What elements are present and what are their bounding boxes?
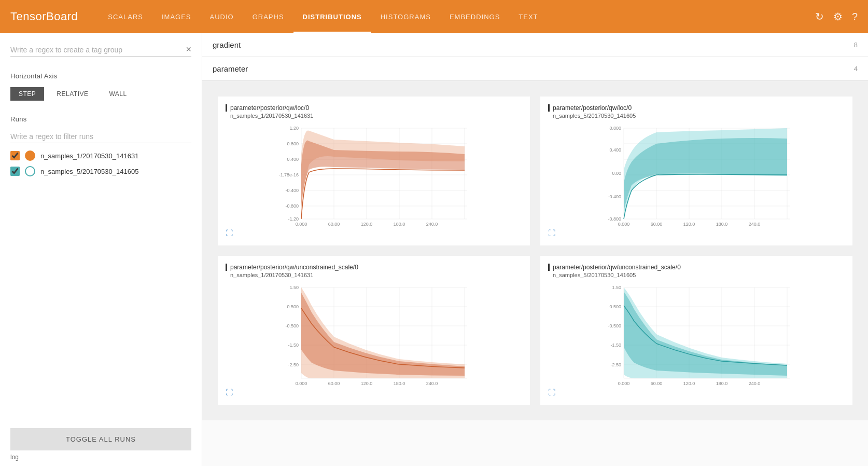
tag-group-gradient[interactable]: gradient 8 bbox=[202, 33, 868, 57]
nav-graphs[interactable]: GRAPHS bbox=[243, 0, 293, 33]
chart-1-expand-icon[interactable]: ⛶ bbox=[226, 229, 233, 237]
svg-text:-0.500: -0.500 bbox=[608, 323, 621, 328]
chart-4-subtitle: n_samples_5/20170530_141605 bbox=[548, 272, 845, 278]
svg-text:0.800: 0.800 bbox=[609, 126, 621, 131]
wall-axis-button[interactable]: WALL bbox=[101, 87, 135, 101]
chart-1-title: parameter/posterior/qw/loc/0 bbox=[226, 104, 522, 112]
nav-images[interactable]: IMAGES bbox=[152, 0, 201, 33]
chart-2-svg: 0.800 0.400 0.00 -0.400 -0.800 0.000 60.… bbox=[548, 123, 845, 227]
chart-1-area: 1.20 0.800 0.400 -1.78e-16 -0.400 -0.800… bbox=[226, 123, 522, 227]
nav-embeddings[interactable]: EMBEDDINGS bbox=[440, 0, 509, 33]
svg-text:1.50: 1.50 bbox=[289, 285, 299, 290]
chart-2-expand-icon[interactable]: ⛶ bbox=[548, 229, 555, 237]
svg-text:120.0: 120.0 bbox=[683, 222, 695, 227]
svg-text:-2.50: -2.50 bbox=[610, 362, 621, 367]
app-header: TensorBoard SCALARS IMAGES AUDIO GRAPHS … bbox=[0, 0, 868, 33]
svg-text:-0.400: -0.400 bbox=[608, 194, 621, 199]
svg-text:120.0: 120.0 bbox=[361, 381, 373, 386]
main-layout: × Horizontal Axis STEP RELATIVE WALL Run… bbox=[0, 33, 868, 466]
nav-histograms[interactable]: HISTOGRAMS bbox=[371, 0, 440, 33]
tag-group-gradient-count: 8 bbox=[854, 41, 858, 49]
svg-text:-1.50: -1.50 bbox=[288, 342, 299, 348]
relative-axis-button[interactable]: RELATIVE bbox=[48, 87, 96, 101]
svg-text:120.0: 120.0 bbox=[361, 222, 373, 227]
close-regex-button[interactable]: × bbox=[186, 45, 191, 54]
chart-4-area: 1.50 0.500 -0.500 -1.50 -2.50 0.000 60.0… bbox=[548, 282, 845, 386]
svg-text:120.0: 120.0 bbox=[683, 381, 695, 386]
runs-section: Runs n_samples_1/20170530_141631 n_sampl… bbox=[10, 115, 191, 466]
svg-text:0.400: 0.400 bbox=[287, 157, 299, 162]
svg-text:0.500: 0.500 bbox=[287, 304, 299, 309]
svg-text:60.00: 60.00 bbox=[651, 381, 663, 386]
svg-text:0.00: 0.00 bbox=[612, 171, 621, 176]
chart-3-title: parameter/posterior/qw/unconstrained_sca… bbox=[226, 264, 522, 271]
svg-text:-1.20: -1.20 bbox=[288, 216, 299, 222]
svg-text:240.0: 240.0 bbox=[749, 381, 761, 386]
svg-text:180.0: 180.0 bbox=[394, 381, 405, 386]
chart-1-svg: 1.20 0.800 0.400 -1.78e-16 -0.400 -0.800… bbox=[226, 123, 522, 227]
main-nav: SCALARS IMAGES AUDIO GRAPHS DISTRIBUTION… bbox=[99, 0, 815, 33]
refresh-icon[interactable]: ↻ bbox=[815, 10, 824, 23]
run2-label: n_samples_5/20170530_141605 bbox=[40, 168, 138, 175]
chart-4-svg: 1.50 0.500 -0.500 -1.50 -2.50 0.000 60.0… bbox=[548, 282, 845, 386]
chart-2-title: parameter/posterior/qw/loc/0 bbox=[548, 104, 845, 112]
step-axis-button[interactable]: STEP bbox=[10, 87, 44, 101]
svg-text:180.0: 180.0 bbox=[716, 222, 728, 227]
svg-text:0.800: 0.800 bbox=[287, 141, 299, 146]
chart-card-3: parameter/posterior/qw/unconstrained_sca… bbox=[218, 256, 530, 405]
run-item-1: n_samples_1/20170530_141631 bbox=[10, 150, 191, 161]
nav-audio[interactable]: AUDIO bbox=[201, 0, 243, 33]
svg-text:-0.800: -0.800 bbox=[608, 216, 621, 222]
runs-label: Runs bbox=[10, 115, 191, 123]
nav-text[interactable]: TEXT bbox=[509, 0, 547, 33]
runs-filter-input[interactable] bbox=[10, 130, 191, 143]
svg-text:0.000: 0.000 bbox=[618, 381, 630, 386]
chart-3-svg: 1.50 0.500 -0.500 -1.50 -2.50 0.000 60.0… bbox=[226, 282, 522, 386]
svg-text:1.20: 1.20 bbox=[289, 126, 299, 131]
svg-text:240.0: 240.0 bbox=[749, 222, 761, 227]
svg-text:0.000: 0.000 bbox=[618, 222, 630, 227]
tag-regex-input[interactable] bbox=[10, 44, 191, 57]
svg-text:-1.50: -1.50 bbox=[610, 342, 621, 348]
svg-text:0.500: 0.500 bbox=[609, 304, 621, 309]
run2-color-dot bbox=[25, 166, 35, 176]
tag-group-parameter[interactable]: parameter 4 bbox=[202, 57, 868, 81]
svg-text:-2.50: -2.50 bbox=[288, 362, 299, 367]
svg-text:-0.400: -0.400 bbox=[285, 188, 299, 193]
run1-checkbox[interactable] bbox=[10, 151, 20, 160]
svg-text:-0.800: -0.800 bbox=[285, 203, 299, 209]
svg-text:240.0: 240.0 bbox=[426, 381, 438, 386]
charts-grid: parameter/posterior/qw/loc/0 n_samples_1… bbox=[202, 81, 868, 420]
header-actions: ↻ ⚙ ? bbox=[815, 10, 858, 23]
svg-text:-0.500: -0.500 bbox=[285, 323, 299, 328]
run1-color-dot bbox=[25, 150, 35, 161]
chart-3-expand-icon[interactable]: ⛶ bbox=[226, 388, 233, 396]
chart-card-4: parameter/posterior/qw/unconstrained_sca… bbox=[540, 256, 852, 405]
svg-text:0.000: 0.000 bbox=[296, 222, 307, 227]
nav-distributions[interactable]: DISTRIBUTIONS bbox=[293, 0, 371, 33]
axis-buttons: STEP RELATIVE WALL bbox=[10, 87, 191, 101]
toggle-all-runs-button[interactable]: TOGGLE ALL RUNS bbox=[10, 428, 191, 450]
settings-icon[interactable]: ⚙ bbox=[833, 10, 843, 23]
chart-2-area: 0.800 0.400 0.00 -0.400 -0.800 0.000 60.… bbox=[548, 123, 845, 227]
chart-4-expand-icon[interactable]: ⛶ bbox=[548, 388, 555, 396]
chart-card-2: parameter/posterior/qw/loc/0 n_samples_5… bbox=[540, 97, 852, 245]
main-content: gradient 8 parameter 4 parameter/posteri… bbox=[202, 33, 868, 466]
sidebar: × Horizontal Axis STEP RELATIVE WALL Run… bbox=[0, 33, 202, 466]
svg-text:60.00: 60.00 bbox=[328, 381, 340, 386]
svg-text:60.00: 60.00 bbox=[328, 222, 340, 227]
run-item-2: n_samples_5/20170530_141605 bbox=[10, 166, 191, 176]
chart-4-title: parameter/posterior/qw/unconstrained_sca… bbox=[548, 264, 845, 271]
svg-text:1.50: 1.50 bbox=[612, 285, 621, 290]
run2-checkbox[interactable] bbox=[10, 167, 20, 176]
nav-scalars[interactable]: SCALARS bbox=[99, 0, 152, 33]
help-icon[interactable]: ? bbox=[852, 11, 858, 23]
log-label: log bbox=[10, 454, 19, 461]
chart-1-subtitle: n_samples_1/20170530_141631 bbox=[226, 113, 522, 119]
svg-text:240.0: 240.0 bbox=[426, 222, 438, 227]
tag-group-gradient-name: gradient bbox=[213, 40, 241, 49]
chart-card-1: parameter/posterior/qw/loc/0 n_samples_1… bbox=[218, 97, 530, 245]
run1-label: n_samples_1/20170530_141631 bbox=[40, 152, 138, 160]
svg-text:60.00: 60.00 bbox=[651, 222, 663, 227]
chart-3-area: 1.50 0.500 -0.500 -1.50 -2.50 0.000 60.0… bbox=[226, 282, 522, 386]
